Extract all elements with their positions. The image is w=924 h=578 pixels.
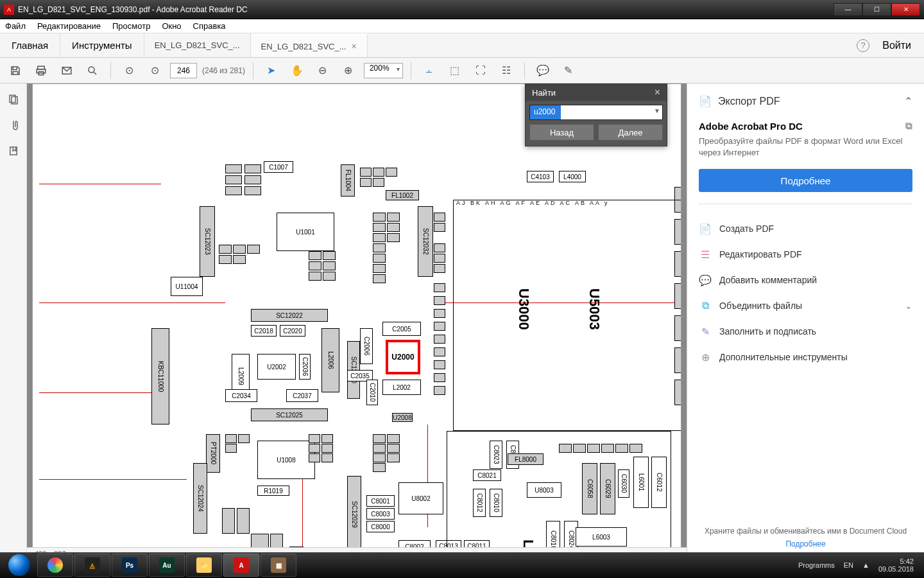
menu-view[interactable]: Просмотр	[112, 21, 150, 31]
find-close-icon[interactable]: ×	[654, 87, 660, 98]
more-button[interactable]: Подробнее	[699, 169, 912, 192]
chevron-up-icon[interactable]: ⌃	[904, 95, 912, 107]
component: C2020	[280, 325, 305, 337]
component: C2036	[299, 354, 311, 380]
tool-combine[interactable]: ⧉Объединить файлы⌄	[699, 293, 912, 319]
tabbar: Главная Инструменты EN_LG_D821_SVC_... E…	[0, 33, 924, 58]
zoom-select[interactable]: 200%	[364, 63, 403, 78]
taskbar-au[interactable]: Au	[149, 554, 185, 577]
component: C2010	[366, 380, 378, 405]
window-title: EN_LG_D821_SVC_ENG_130930.pdf - Adobe Ac…	[18, 5, 834, 14]
zoom-in-icon[interactable]: ⊕	[338, 60, 359, 81]
taskbar-winrar[interactable]: ▦	[261, 554, 296, 577]
save-icon[interactable]	[5, 60, 26, 81]
zoom-out-icon[interactable]: ⊖	[312, 60, 333, 81]
taskbar: ◬ Ps Au 📁 A ▦ Programms EN ▲ 5:42 09.05.…	[0, 552, 924, 578]
component: U1001	[277, 213, 334, 251]
mail-icon[interactable]	[56, 60, 77, 81]
cloud-footer-link[interactable]: Подробнее	[699, 539, 912, 548]
tray-programms[interactable]: Programms	[798, 561, 835, 569]
page-down-icon[interactable]: ⊙	[144, 60, 165, 81]
fullscreen-icon[interactable]: ⛶	[470, 60, 491, 81]
tool-more[interactable]: ⊕Дополнительные инструменты	[699, 344, 912, 370]
find-title: Найти	[532, 88, 556, 98]
highlighted-component: U2000	[386, 340, 420, 374]
app-icon: A	[4, 4, 14, 15]
page-up-icon[interactable]: ⊙	[119, 60, 139, 81]
help-icon[interactable]: ?	[857, 39, 869, 52]
taskbar-aimp[interactable]: ◬	[74, 554, 110, 577]
signin-button[interactable]: Войти	[882, 40, 911, 51]
hand-icon[interactable]: ✋	[287, 60, 307, 81]
component: C1007	[264, 161, 293, 173]
find-dropdown-icon[interactable]: ▼	[654, 107, 660, 114]
tray-time[interactable]: 5:42	[878, 557, 914, 565]
start-button[interactable]	[3, 554, 36, 577]
component: U2002	[257, 354, 296, 380]
doc-tab-1[interactable]: EN_LG_D821_SVC_...×	[251, 33, 368, 57]
menu-window[interactable]: Окно	[162, 21, 181, 31]
component: C2018	[251, 325, 277, 337]
component: C4103	[527, 171, 554, 182]
tool-edit-pdf[interactable]: ☰Редактировать PDF	[699, 241, 912, 267]
page-input[interactable]	[170, 63, 197, 78]
document-area[interactable]: AJ BK AH AG AF AE AD AC AB AA yU1001SC12…	[27, 83, 687, 559]
cloud-footer-text: Храните файлы и обменивайтесь ими в Docu…	[699, 527, 912, 536]
component: SC12032	[418, 206, 433, 277]
minimize-button[interactable]: —	[834, 3, 862, 16]
component: C8000	[366, 521, 395, 532]
bookmarks-icon[interactable]	[6, 144, 21, 158]
maximize-button[interactable]: ☐	[862, 3, 891, 16]
close-tab-icon[interactable]: ×	[352, 41, 357, 51]
menu-help[interactable]: Справка	[193, 21, 226, 31]
tab-home[interactable]: Главная	[0, 33, 60, 57]
taskbar-chrome[interactable]	[37, 554, 73, 577]
menu-edit[interactable]: Редактирование	[37, 21, 101, 31]
read-mode-icon[interactable]: ☷	[496, 60, 517, 81]
comment-icon[interactable]: 💬	[533, 60, 553, 81]
find-next-button[interactable]: Далее	[598, 124, 663, 141]
pro-desc: Преобразуйте файлы PDF в формат Word или…	[699, 136, 912, 159]
tool-create-pdf[interactable]: 📄Создать PDF	[699, 216, 912, 241]
taskbar-explorer[interactable]: 📁	[186, 554, 222, 577]
component: SC12022	[251, 309, 328, 322]
tool-comment[interactable]: 💬Добавить комментарий	[699, 267, 912, 293]
component: SC12023	[200, 206, 215, 277]
component: U1008	[257, 441, 315, 479]
close-button[interactable]: ✕	[891, 3, 920, 16]
component: U11004	[171, 277, 203, 296]
taskbar-ps[interactable]: Ps	[112, 554, 148, 577]
thumbnails-icon[interactable]	[6, 92, 21, 107]
attach-icon[interactable]	[6, 118, 21, 132]
tool-fillsign[interactable]: ✎Заполнить и подписать	[699, 319, 912, 344]
fit-width-icon[interactable]: ⫠	[419, 60, 440, 81]
doc-tab-0[interactable]: EN_LG_D821_SVC_...	[144, 33, 251, 57]
component: L4000	[559, 171, 586, 182]
link-icon[interactable]: ⧉	[905, 120, 912, 132]
left-rail	[0, 83, 27, 559]
fit-page-icon[interactable]: ⬚	[445, 60, 465, 81]
taskbar-acrobat[interactable]: A	[223, 554, 259, 577]
print-icon[interactable]	[31, 60, 51, 81]
search-icon[interactable]	[82, 60, 103, 81]
pro-title: Adobe Acrobat Pro DC	[699, 121, 803, 132]
component: U8002	[398, 482, 443, 514]
tray-flag-icon[interactable]: ▲	[862, 561, 869, 569]
menubar: Файл Редактирование Просмотр Окно Справк…	[0, 19, 924, 33]
component: U2008	[392, 413, 413, 422]
component: C8001	[366, 495, 395, 507]
component: FL1004	[341, 164, 355, 197]
component: C2005	[382, 322, 421, 336]
cursor-icon[interactable]: ➤	[261, 60, 282, 81]
menu-file[interactable]: Файл	[5, 21, 26, 31]
sign-icon[interactable]: ✎	[558, 60, 579, 81]
tray-lang[interactable]: EN	[844, 561, 853, 569]
export-pdf-title[interactable]: Экспорт PDF	[718, 96, 780, 107]
tab-tools[interactable]: Инструменты	[60, 33, 144, 57]
find-prev-button[interactable]: Назад	[529, 124, 594, 141]
component: R1019	[257, 486, 289, 496]
chevron-down-icon[interactable]: ⌄	[905, 301, 912, 311]
tray-date: 09.05.2018	[878, 565, 914, 573]
component: C2034	[225, 389, 257, 402]
component: PT2000	[206, 434, 220, 473]
